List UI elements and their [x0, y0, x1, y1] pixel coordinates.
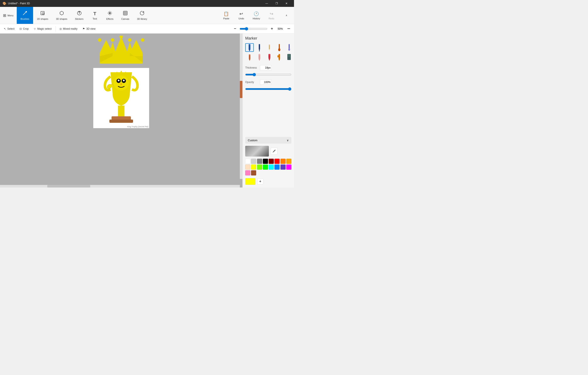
trophy-svg [93, 68, 149, 126]
brush-marker[interactable] [245, 43, 254, 52]
crop-button[interactable]: ⊡ Crop [17, 26, 31, 31]
toolbar-undo[interactable]: ↩ Undo [234, 7, 249, 24]
add-color-button[interactable]: + [257, 179, 263, 184]
color-swatch-skin[interactable] [245, 164, 250, 170]
mixed-reality-label: Mixed reality [63, 27, 77, 30]
collapse-icon: ∧ [286, 14, 287, 17]
effects-icon [107, 11, 112, 17]
opacity-input[interactable] [260, 80, 272, 85]
svg-point-38 [259, 51, 260, 51]
color-swatch-lime[interactable] [257, 164, 262, 170]
color-swatch-cyan[interactable] [269, 164, 274, 170]
mixed-reality-button[interactable]: ◎ Mixed reality [57, 26, 80, 31]
toolbar-paste[interactable]: 📋 Paste [219, 7, 234, 24]
toolbar-brushes[interactable]: Brushes [17, 7, 33, 24]
color-swatch-white[interactable] [245, 159, 250, 164]
svg-rect-63 [289, 54, 290, 55]
vertical-scrollbar[interactable] [240, 33, 242, 179]
toolbar-effects[interactable]: Effects [102, 7, 117, 24]
brush-fill[interactable] [265, 53, 273, 62]
zoom-in-button[interactable]: + [269, 26, 275, 32]
close-button[interactable]: ✕ [282, 0, 291, 7]
color-swatch-darkred[interactable] [269, 159, 274, 164]
svg-point-46 [288, 48, 290, 51]
toolbar-collapse[interactable]: ∧ [279, 7, 294, 24]
svg-rect-25 [109, 119, 133, 123]
svg-rect-37 [259, 44, 260, 45]
canvas-container[interactable]: King Trophy (Secret Pet) [0, 33, 242, 188]
brushes-icon [22, 11, 28, 17]
color-swatch-purple[interactable] [281, 164, 286, 170]
magic-select-button[interactable]: ⊹ Magic select [32, 26, 54, 31]
color-swatch-orange[interactable] [281, 159, 286, 164]
view-3d-button[interactable]: ⚑ 3D view [80, 26, 98, 31]
svg-marker-40 [269, 49, 270, 51]
toolbar-redo[interactable]: ↪ Redo [264, 7, 279, 24]
menu-button[interactable]: ⊞ Menu [0, 7, 17, 24]
color-swatch-black[interactable] [263, 159, 268, 164]
color-swatch-red[interactable] [274, 159, 280, 164]
color-swatch-yellow[interactable] [251, 164, 256, 170]
color-swatch-gray[interactable] [257, 159, 262, 164]
color-swatch-brown[interactable] [251, 170, 256, 175]
svg-marker-49 [249, 59, 250, 61]
color-swatch-magenta[interactable] [286, 164, 291, 170]
svg-marker-15 [115, 37, 128, 53]
maximize-button[interactable]: ❐ [272, 0, 282, 7]
color-swatch-lightgray[interactable] [251, 159, 256, 164]
opacity-label: Opacity [245, 81, 258, 84]
toolbar-history[interactable]: 🕐 History [249, 7, 264, 24]
thickness-slider[interactable] [245, 73, 291, 76]
select-button[interactable]: ↖ Select [2, 26, 17, 31]
svg-rect-64 [288, 56, 289, 56]
brush-watercolor[interactable] [285, 43, 293, 52]
canvas-label: Canvas [121, 18, 129, 20]
toolbar-canvas[interactable]: Canvas [117, 7, 133, 24]
current-color-swatch[interactable] [245, 178, 255, 185]
3dshapes-label: 3D shapes [56, 18, 67, 20]
zoom-out-button[interactable]: − [232, 26, 238, 32]
svg-point-30 [123, 80, 125, 81]
brush-crayon[interactable] [245, 53, 254, 62]
magic-select-label: Magic select [37, 27, 52, 30]
toolbar-2dshapes[interactable]: 2D shapes [33, 7, 52, 24]
opacity-row: Opacity [245, 80, 291, 85]
brush-paint[interactable] [275, 43, 284, 52]
color-palette [245, 159, 291, 175]
color-swatch-pink[interactable] [245, 170, 250, 175]
color-swatch-blue[interactable] [274, 164, 280, 170]
redo-label: Redo [269, 17, 274, 20]
opacity-slider[interactable] [245, 87, 291, 91]
crown-svg [93, 36, 149, 66]
custom-section-header[interactable]: Custom ∨ [245, 137, 291, 144]
spacer [245, 96, 291, 137]
custom-expand-icon: ∨ [287, 139, 289, 142]
brush-pen[interactable] [255, 43, 264, 52]
history-label: History [253, 17, 260, 20]
brush-marker2[interactable] [255, 53, 264, 62]
toolbar-text[interactable]: T Text [87, 7, 102, 24]
brush-spray[interactable] [275, 53, 284, 62]
toolbar-3dlibrary[interactable]: 3D library [133, 7, 151, 24]
color-swatch-green[interactable] [263, 164, 268, 170]
minimize-button[interactable]: — [262, 0, 272, 7]
zoom-controls: − + 50% ••• [232, 26, 292, 32]
svg-point-18 [98, 38, 101, 42]
color-swatch-amber[interactable] [286, 159, 291, 164]
eyedropper-button[interactable] [271, 148, 277, 155]
toolbar-stickers[interactable]: Stickers [71, 7, 87, 24]
more-options-button[interactable]: ••• [285, 26, 292, 31]
horizontal-scrollbar[interactable] [0, 185, 240, 188]
toolbar-3dshapes[interactable]: 3D shapes [52, 7, 71, 24]
2dshapes-icon [40, 11, 45, 17]
scrollbar-thumb[interactable] [240, 81, 242, 98]
thickness-input[interactable] [260, 65, 272, 70]
zoom-value: 50% [276, 27, 284, 30]
menu-label: Menu [8, 14, 13, 17]
brush-pixel[interactable] [285, 53, 293, 62]
h-scrollbar-thumb[interactable] [47, 185, 90, 188]
secondary-toolbar: ↖ Select ⊡ Crop ⊹ Magic select ◎ Mixed r… [0, 24, 294, 33]
svg-rect-59 [279, 54, 280, 55]
zoom-slider[interactable] [240, 27, 267, 31]
brush-pencil[interactable] [265, 43, 273, 52]
